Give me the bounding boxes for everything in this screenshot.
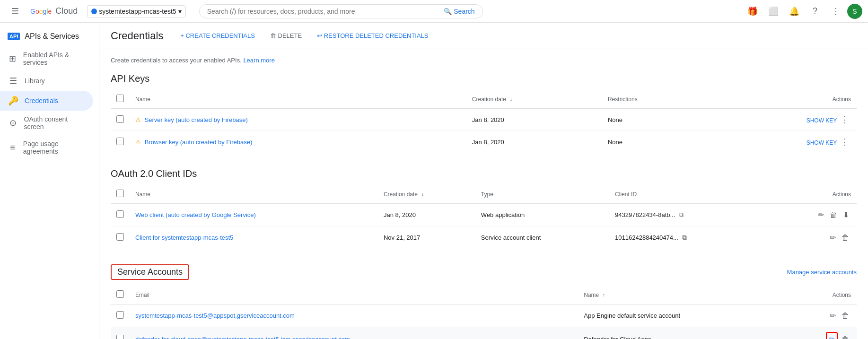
- oauth-row-1-checkbox[interactable]: [116, 210, 124, 218]
- service-accounts-actions-header: Actions: [786, 286, 857, 304]
- api-keys-thead: Name Creation date ↓ Restrictions Action…: [111, 90, 857, 109]
- create-credentials-button[interactable]: + CREATE CREDENTIALS: [175, 29, 261, 42]
- api-keys-table: Name Creation date ↓ Restrictions Action…: [111, 90, 857, 153]
- api-key-2-more-button[interactable]: ⋮: [839, 136, 851, 148]
- api-key-1-restrictions-cell: None: [602, 109, 710, 131]
- api-keys-date-header[interactable]: Creation date ↓: [466, 90, 602, 109]
- oauth-date-header[interactable]: Creation date ↓: [378, 185, 475, 204]
- service-accounts-email-header: Email: [130, 286, 578, 304]
- service-accounts-section: Service Accounts Manage service accounts…: [111, 264, 857, 339]
- menu-icon[interactable]: ☰: [6, 2, 25, 21]
- sidebar-item-enabled-apis[interactable]: ⊞ Enabled APIs & services: [0, 46, 93, 71]
- delete-sa-1-button[interactable]: 🗑: [840, 310, 851, 322]
- api-keys-actions-header: Actions: [710, 90, 857, 109]
- oauth-tbody: Web client (auto created by Google Servi…: [111, 204, 857, 249]
- sa-row-2-name-cell: Defender for Cloud Apps: [578, 327, 786, 339]
- service-accounts-select-all-checkbox[interactable]: [116, 290, 124, 298]
- project-selector[interactable]: systemtestapp-mcas-test5 ▾: [87, 5, 185, 17]
- sidebar-label-page-usage: Page usage agreements: [23, 140, 86, 155]
- api-key-1-name-cell: ⚠ Server key (auto created by Firebase): [130, 109, 466, 131]
- edit-oauth-2-button[interactable]: ✏: [828, 231, 838, 244]
- sa-row-2-email-link[interactable]: defender-for-cloud-apps@systemtestapp-mc…: [135, 336, 350, 339]
- api-key-1-actions-cell: SHOW KEY ⋮: [710, 109, 857, 131]
- copy-client-id-2-button[interactable]: ⧉: [680, 233, 689, 243]
- oauth-row-2-clientid-cell: 10116242884240474... ⧉: [609, 226, 769, 249]
- gift-icon-button[interactable]: 🎁: [743, 2, 762, 21]
- delete-button[interactable]: 🗑 DELETE: [264, 29, 307, 42]
- api-key-2-name-cell: ⚠ Browser key (auto created by Firebase): [130, 131, 466, 153]
- service-accounts-name-header[interactable]: Name ↑: [578, 286, 786, 304]
- show-key-1-button[interactable]: SHOW KEY: [807, 117, 837, 124]
- edit-sa-2-tooltip-wrapper: ✏ Edit service account: [826, 332, 838, 339]
- page-header: Credentials + CREATE CREDENTIALS 🗑 DELET…: [99, 23, 868, 49]
- api-key-2-link[interactable]: Browser key (auto created by Firebase): [145, 139, 253, 146]
- oauth-select-all-header: [111, 185, 130, 204]
- oauth-name-header: Name: [130, 185, 378, 204]
- help-button[interactable]: ?: [806, 2, 824, 21]
- search-icon: 🔍: [444, 8, 452, 15]
- api-keys-select-all-header: [111, 90, 130, 109]
- oauth-row-2-link[interactable]: Client for systemtestapp-mcas-test5: [135, 234, 233, 241]
- search-button[interactable]: 🔍 Search: [444, 8, 474, 15]
- more-options-button[interactable]: ⋮: [826, 2, 845, 21]
- edit-sa-1-button[interactable]: ✏: [828, 309, 838, 322]
- notifications-button[interactable]: 🔔: [785, 2, 804, 21]
- table-row: ⚠ Browser key (auto created by Firebase)…: [111, 131, 857, 153]
- api-key-2-actions-cell: SHOW KEY ⋮: [710, 131, 857, 153]
- google-cloud-logo[interactable]: Google Cloud: [30, 6, 78, 16]
- download-oauth-1-button[interactable]: ⬇: [841, 209, 851, 221]
- oauth-icon: ⊙: [8, 118, 18, 128]
- api-key-1-more-button[interactable]: ⋮: [839, 113, 851, 126]
- oauth-row-1-type-cell: Web application: [475, 204, 609, 226]
- show-key-2-button[interactable]: SHOW KEY: [807, 139, 837, 146]
- edit-sa-2-button[interactable]: ✏: [826, 332, 838, 339]
- delete-oauth-2-button[interactable]: 🗑: [840, 232, 851, 244]
- oauth-type-header: Type: [475, 185, 609, 204]
- oauth-select-all-checkbox[interactable]: [116, 190, 124, 197]
- google-logo-text: Google: [30, 8, 52, 15]
- api-key-1-checkbox[interactable]: [116, 115, 124, 123]
- service-accounts-table: Email Name ↑ Actions: [111, 286, 857, 339]
- learn-more-link[interactable]: Learn more: [243, 57, 274, 64]
- date-sort-icon: ↓: [509, 96, 512, 103]
- sa-row-2-checkbox[interactable]: [116, 335, 124, 339]
- api-keys-title: API Keys: [111, 73, 857, 84]
- oauth-row-1-link[interactable]: Web client (auto created by Google Servi…: [135, 211, 256, 218]
- sa-row-1-email-cell: systemtestapp-mcas-test5@appspot.gservic…: [130, 304, 578, 327]
- oauth-row-1-actions-cell: ✏ 🗑 ⬇: [769, 204, 857, 226]
- sidebar-item-credentials[interactable]: 🔑 Credentials: [0, 91, 93, 111]
- avatar[interactable]: S: [847, 4, 862, 19]
- api-keys-select-all-checkbox[interactable]: [116, 95, 124, 102]
- sidebar-label-oauth: OAuth consent screen: [24, 115, 86, 130]
- sa-row-1-actions-cell: ✏ 🗑: [786, 304, 857, 327]
- api-key-2-restrictions-cell: None: [602, 131, 710, 153]
- search-input[interactable]: [207, 8, 440, 15]
- service-accounts-header: Service Accounts Manage service accounts: [111, 264, 857, 280]
- delete-oauth-1-button[interactable]: 🗑: [828, 209, 839, 221]
- delete-sa-2-button[interactable]: 🗑: [840, 333, 851, 339]
- table-row: Client for systemtestapp-mcas-test5 Nov …: [111, 226, 857, 249]
- restore-deleted-credentials-button[interactable]: ↩ RESTORE DELETED CREDENTIALS: [311, 29, 434, 42]
- oauth-row-2-checkbox[interactable]: [116, 233, 124, 241]
- api-key-1-link[interactable]: Server key (auto created by Firebase): [145, 116, 248, 123]
- oauth-date-sort-icon: ↓: [421, 191, 424, 198]
- sa-row-1-email-link[interactable]: systemtestapp-mcas-test5@appspot.gservic…: [135, 312, 295, 319]
- table-row: systemtestapp-mcas-test5@appspot.gservic…: [111, 304, 857, 327]
- oauth-thead: Name Creation date ↓ Type Client ID: [111, 185, 857, 204]
- manage-service-accounts-link[interactable]: Manage service accounts: [787, 269, 857, 276]
- page-title: Credentials: [111, 30, 163, 42]
- credentials-icon: 🔑: [8, 96, 19, 106]
- api-keys-section: API Keys Name Creation date: [111, 73, 857, 153]
- content-area: Create credentials to access your enable…: [99, 49, 868, 339]
- copy-client-id-1-button[interactable]: ⧉: [677, 210, 685, 220]
- sidebar-item-library[interactable]: ☰ Library: [0, 71, 93, 91]
- sa-row-1-checkbox[interactable]: [116, 311, 124, 319]
- service-accounts-tbody: systemtestapp-mcas-test5@appspot.gservic…: [111, 304, 857, 339]
- oauth-row-2-date-cell: Nov 21, 2017: [378, 226, 475, 249]
- sidebar-item-page-usage[interactable]: ≡ Page usage agreements: [0, 135, 93, 160]
- api-key-2-checkbox[interactable]: [116, 138, 124, 145]
- edit-oauth-1-button[interactable]: ✏: [816, 209, 826, 221]
- terminal-icon-button[interactable]: ⬜: [764, 2, 783, 21]
- table-row: defender-for-cloud-apps@systemtestapp-mc…: [111, 327, 857, 339]
- sidebar-item-oauth[interactable]: ⊙ OAuth consent screen: [0, 111, 93, 135]
